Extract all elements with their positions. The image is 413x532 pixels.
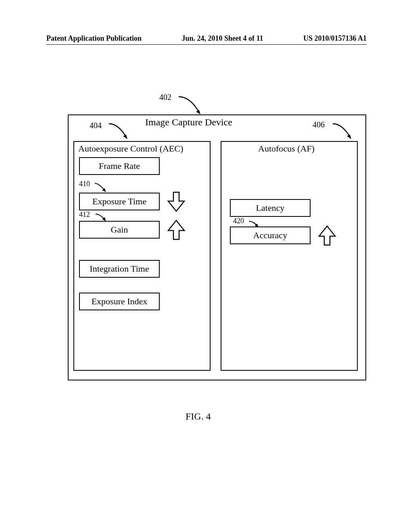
down-arrow-icon	[166, 191, 186, 213]
header-center: Jun. 24, 2010 Sheet 4 of 11	[181, 34, 263, 43]
accuracy-label: Accuracy	[253, 230, 287, 241]
integration-time-label: Integration Time	[90, 264, 149, 274]
callout-label-404: 404	[90, 121, 102, 130]
exposure-index-label: Exposure Index	[92, 296, 148, 307]
svg-marker-1	[123, 135, 127, 139]
device-title: Image Capture Device	[145, 117, 232, 128]
callout-label-402: 402	[159, 93, 171, 102]
header-rule	[46, 44, 367, 45]
figure-caption: FIG. 4	[186, 411, 211, 422]
frame-rate-label: Frame Rate	[99, 161, 140, 171]
integration-time-box: Integration Time	[79, 260, 160, 278]
callout-arrow-406	[331, 122, 355, 142]
svg-marker-0	[196, 110, 200, 114]
header-left: Patent Application Publication	[46, 34, 142, 43]
af-box	[221, 141, 358, 371]
aec-title: Autoexposure Control (AEC)	[78, 143, 183, 154]
latency-box: Latency	[230, 199, 311, 217]
callout-label-420: 420	[233, 217, 244, 225]
latency-label: Latency	[256, 203, 285, 213]
svg-marker-3	[102, 188, 106, 192]
callout-label-412: 412	[79, 210, 90, 219]
up-arrow-icon	[317, 225, 337, 247]
header-right: US 2010/0157136 A1	[303, 34, 367, 43]
gain-label: Gain	[111, 224, 128, 235]
af-title: Autofocus (AF)	[258, 143, 315, 154]
callout-label-406: 406	[313, 120, 325, 129]
page-header: Patent Application Publication Jun. 24, …	[0, 34, 413, 43]
callout-arrow-404	[107, 122, 131, 142]
callout-label-410: 410	[79, 180, 90, 188]
callout-arrow-402	[177, 95, 205, 117]
svg-marker-2	[347, 135, 351, 139]
exposure-index-box: Exposure Index	[79, 293, 160, 310]
gain-box: Gain	[79, 221, 160, 239]
up-arrow-icon	[166, 219, 186, 241]
exposure-time-box: Exposure Time	[79, 193, 160, 210]
accuracy-box: Accuracy	[230, 227, 311, 244]
aec-box	[73, 141, 211, 371]
frame-rate-box: Frame Rate	[79, 157, 160, 175]
exposure-time-label: Exposure Time	[92, 196, 146, 207]
